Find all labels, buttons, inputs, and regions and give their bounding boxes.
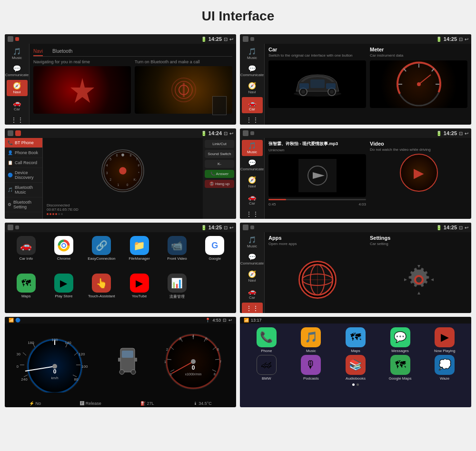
sidebar-communicate-4[interactable]: 💬 Communicate xyxy=(242,157,263,173)
music-progress[interactable] xyxy=(268,199,366,200)
communicate-icon-4: 💬 xyxy=(248,159,256,167)
sidebar-navi-2[interactable]: 🧭 Navi xyxy=(242,80,263,96)
cp-app-waze[interactable]: 💭 Waze xyxy=(424,355,466,381)
status-bar-3: 🔋 14:24 ⊡ ↩ xyxy=(5,128,236,138)
cp-app-bmw[interactable]: 🏎 BMW xyxy=(246,355,288,381)
app-youtube[interactable]: ▶ YouTube xyxy=(122,274,157,309)
content-4: 张智霖、许秋怡 - 现代爱情故事.mp3 Unknown xyxy=(265,138,471,219)
status-bar-1: 🔋 14:25 ⊡ ↩ xyxy=(5,34,236,44)
sidebar-apps-2[interactable]: ⋮⋮ Apps xyxy=(242,114,263,125)
answer-btn[interactable]: 📞 Answer xyxy=(205,170,234,178)
cp-app-maps[interactable]: 🗺 Maps xyxy=(335,327,377,353)
sidebar-apps-6[interactable]: ⋮⋮ Apps xyxy=(242,303,263,313)
back-icon-6: ↩ xyxy=(465,225,468,230)
status-time-6: 14:25 xyxy=(444,225,457,230)
menu-bluetooth-1[interactable]: Bluetooth xyxy=(52,49,72,56)
bt-badge-3 xyxy=(15,130,21,136)
link-cut-btn[interactable]: Link/Cut xyxy=(205,140,234,148)
sidebar-car-2[interactable]: 🚗 Car xyxy=(242,97,263,113)
play-store-icon: ▶ xyxy=(54,274,73,293)
sidebar-music-4[interactable]: 🎵 Music xyxy=(242,140,263,156)
sidebar-music-2[interactable]: 🎵 Music xyxy=(242,46,263,62)
sidebar-music-6[interactable]: 🎵 Music xyxy=(242,234,263,250)
cp-app-audiobooks[interactable]: 📚 Audiobooks xyxy=(335,355,377,381)
app-chrome[interactable]: Chrome xyxy=(46,236,81,271)
menu-bt-music[interactable]: 🎵 Bluetooth Music xyxy=(5,183,42,197)
app-front-video[interactable]: 📹 Front Video xyxy=(159,236,194,271)
sound-switch-btn[interactable]: Sound Switch xyxy=(205,150,234,158)
status-bar-4: 🔋 14:25 ⊡ ↩ xyxy=(240,128,471,138)
sidebar-music-1[interactable]: 🎵 Music xyxy=(7,46,28,62)
sidebar-navi-6[interactable]: 🧭 Navi xyxy=(242,268,263,284)
app-easy-connection[interactable]: 🔗 EasyConnection xyxy=(84,236,119,271)
cp-app-music[interactable]: 🎵 Music xyxy=(290,327,332,353)
music-label-6: Music xyxy=(247,244,257,248)
menu-call-record[interactable]: 📋 Call Record xyxy=(5,158,42,168)
car-col: Car Switch to the original car interface… xyxy=(268,47,366,122)
svg-text:8: 8 xyxy=(214,373,216,376)
cp-app-messages[interactable]: 💬 Messages xyxy=(379,327,421,353)
svg-point-48 xyxy=(416,277,422,283)
menu-bt-setting[interactable]: ⚙ Bluetooth Setting xyxy=(5,197,42,212)
sidebar-car-6[interactable]: 🚗 Car xyxy=(242,285,263,302)
cp-now-playing-icon: ▶ xyxy=(435,327,455,347)
app-touch-assistant[interactable]: 👆 Touch-Assistant xyxy=(84,274,119,309)
expand-icon-2: ⊡ xyxy=(459,37,463,42)
globe-svg xyxy=(300,263,335,297)
sidebar-communicate-1[interactable]: 💬 Communicate xyxy=(7,63,28,79)
menu-bt-phone[interactable]: 📞 BT Phone xyxy=(5,138,42,148)
sidebar-apps-4[interactable]: ⋮⋮ Apps xyxy=(242,208,263,219)
music-visual xyxy=(268,154,366,197)
sidebar-communicate-2[interactable]: 💬 Communicate xyxy=(242,63,263,79)
sidebar-navi-4[interactable]: 🧭 Navi xyxy=(242,174,263,190)
cp-bmw-icon: 🏎 xyxy=(257,355,277,375)
video-col: Video Do not watch the video while drivi… xyxy=(370,141,467,216)
bt-waves-svg xyxy=(169,76,198,104)
cp-app-google-maps[interactable]: 🗺 Google Maps xyxy=(379,355,421,381)
app-flow-manager[interactable]: 📊 流量管理 xyxy=(159,274,194,309)
play-store-label: Play Store xyxy=(55,294,73,298)
svg-point-9 xyxy=(330,90,334,94)
easy-connection-icon: 🔗 xyxy=(92,236,111,255)
screens-grid: 🔋 14:25 ⊡ ↩ 🎵 Music 💬 Communicate 🧭 Navi xyxy=(0,30,476,412)
cp-now-playing-label: Now Playing xyxy=(434,349,455,353)
sidebar-car-4[interactable]: 🚗 Car xyxy=(242,191,263,207)
sidebar-navi-1[interactable]: 🧭 Navi xyxy=(7,80,28,96)
navi-label-6: Navi xyxy=(248,278,256,283)
cp-music-icon: 🎵 xyxy=(301,327,321,347)
status-time-4: 14:25 xyxy=(444,130,457,136)
app-car-info[interactable]: 🚗 Car Info xyxy=(9,236,43,271)
svg-rect-78 xyxy=(135,358,137,362)
sidebar-communicate-6[interactable]: 💬 Communicate xyxy=(242,251,263,267)
app-file-manager[interactable]: 📁 FileManager xyxy=(122,236,157,271)
sidebar-apps-1[interactable]: ⋮⋮ Apps xyxy=(7,114,28,125)
communicate-label-1: Communicate xyxy=(5,73,29,77)
cp-app-now-playing[interactable]: ▶ Now Playing xyxy=(424,327,466,353)
k-btn[interactable]: K- xyxy=(205,160,234,168)
cp-app-phone[interactable]: 📞 Phone xyxy=(246,327,288,353)
expand-icon-4: ⊡ xyxy=(459,131,463,136)
settings-sub: Car setting xyxy=(370,242,467,246)
svg-text:3: 3 xyxy=(179,337,181,341)
sidebar-car-1[interactable]: 🚗 Car xyxy=(7,97,28,113)
play-button[interactable]: ▶ xyxy=(414,165,424,181)
battery-icon-1: 🔋 xyxy=(201,37,207,42)
cp-music-label: Music xyxy=(306,349,316,353)
svg-text:7: 7 xyxy=(219,360,221,363)
svg-text:5: 5 xyxy=(206,337,208,341)
menu-phone-book[interactable]: 👤 Phone Book xyxy=(5,148,42,158)
signal-icon-cp: 📶 xyxy=(244,318,249,323)
menu-device-discovery[interactable]: 🔵 Device Discovery xyxy=(5,168,42,183)
app-maps[interactable]: 🗺 Maps xyxy=(9,274,43,309)
touch-assistant-icon: 👆 xyxy=(92,274,111,293)
expand-icon-6: ⊡ xyxy=(459,225,463,230)
youtube-label: YouTube xyxy=(132,294,147,298)
svg-rect-12 xyxy=(310,79,325,88)
app-google[interactable]: G Google xyxy=(198,236,232,271)
hang-up-btn[interactable]: 📵 Hang up xyxy=(205,180,234,188)
menu-navi-1[interactable]: Navi xyxy=(33,49,43,56)
play-circle[interactable]: ▶ xyxy=(400,154,438,192)
call-record-icon: 📋 xyxy=(8,160,13,165)
cp-app-podcasts[interactable]: 🎙 Podcasts xyxy=(290,355,332,381)
app-play-store[interactable]: ▶ Play Store xyxy=(46,274,81,309)
